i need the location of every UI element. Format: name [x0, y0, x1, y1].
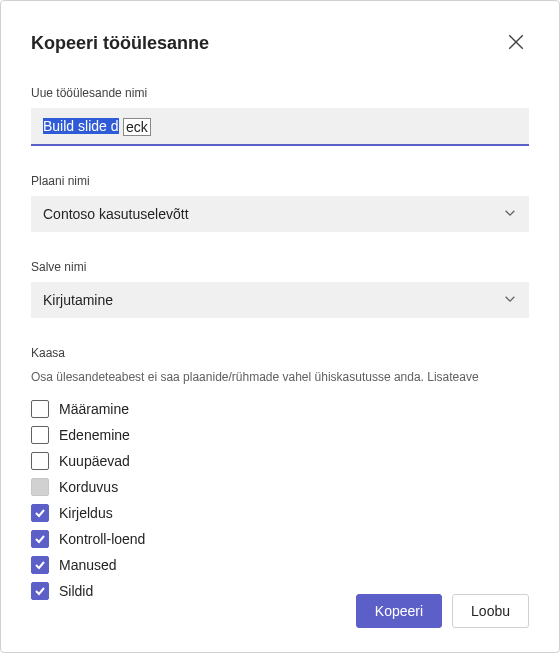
bucket-select[interactable]: Kirjutamine: [31, 282, 529, 318]
plan-select-value: Contoso kasutuselevõtt: [43, 206, 189, 222]
close-button[interactable]: [503, 29, 529, 58]
checkbox-row-recurrence: Korduvus: [31, 478, 529, 496]
checkbox-label: Kuupäevad: [59, 453, 130, 469]
cancel-button[interactable]: Loobu: [452, 594, 529, 628]
checkbox-checklist[interactable]: [31, 530, 49, 548]
checkbox-attachments[interactable]: [31, 556, 49, 574]
close-icon: [507, 33, 525, 54]
checkbox-label: Kirjeldus: [59, 505, 113, 521]
checkbox-label: Korduvus: [59, 479, 118, 495]
bucket-select-value: Kirjutamine: [43, 292, 113, 308]
include-label: Kaasa: [31, 346, 529, 360]
checkbox-assignment[interactable]: [31, 400, 49, 418]
dialog-header: Kopeeri tööülesanne: [31, 29, 529, 58]
checkbox-label: Kontroll-loend: [59, 531, 145, 547]
checkbox-label: Määramine: [59, 401, 129, 417]
task-name-label: Uue tööülesande nimi: [31, 86, 529, 100]
checkbox-row-checklist: Kontroll-loend: [31, 530, 529, 548]
checkbox-dates[interactable]: [31, 452, 49, 470]
checkbox-recurrence: [31, 478, 49, 496]
bucket-select-wrap: Kirjutamine: [31, 282, 529, 318]
checkbox-labels[interactable]: [31, 582, 49, 600]
checkbox-description[interactable]: [31, 504, 49, 522]
plan-name-label: Plaani nimi: [31, 174, 529, 188]
include-checkbox-list: Määramine Edenemine Kuupäevad Korduvus K…: [31, 400, 529, 600]
task-name-field-wrap: Build slide d eck: [31, 108, 529, 146]
checkbox-label: Sildid: [59, 583, 93, 599]
checkbox-row-assignment: Määramine: [31, 400, 529, 418]
dialog-title: Kopeeri tööülesanne: [31, 33, 209, 54]
checkbox-row-attachments: Manused: [31, 556, 529, 574]
task-name-input[interactable]: [31, 108, 529, 146]
bucket-name-label: Salve nimi: [31, 260, 529, 274]
include-help-text: Osa ülesandeteabest ei saa plaanide/rühm…: [31, 370, 529, 384]
checkbox-row-progress: Edenemine: [31, 426, 529, 444]
dialog-footer: Kopeeri Loobu: [356, 594, 529, 628]
checkbox-label: Manused: [59, 557, 117, 573]
checkbox-label: Edenemine: [59, 427, 130, 443]
checkbox-row-dates: Kuupäevad: [31, 452, 529, 470]
copy-button[interactable]: Kopeeri: [356, 594, 442, 628]
checkbox-row-description: Kirjeldus: [31, 504, 529, 522]
plan-select-wrap: Contoso kasutuselevõtt: [31, 196, 529, 232]
checkbox-progress[interactable]: [31, 426, 49, 444]
plan-select[interactable]: Contoso kasutuselevõtt: [31, 196, 529, 232]
